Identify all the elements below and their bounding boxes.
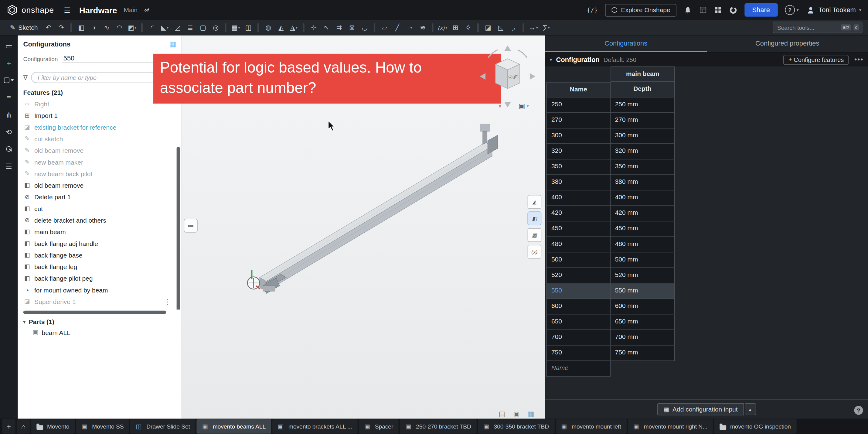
user-menu[interactable]: Toni Tookem ▾ — [806, 5, 861, 14]
offset-surface-icon[interactable]: ⇉ — [333, 22, 345, 33]
more-options-icon[interactable]: ••• — [854, 55, 863, 63]
feature-list-flyout-button[interactable]: ≔ — [184, 219, 198, 232]
render-mode-icon[interactable]: ▤ — [499, 410, 505, 418]
help-bubble-button[interactable]: ? — [854, 406, 863, 414]
delete-face-icon[interactable]: ⊠ — [345, 22, 358, 33]
versions-icon[interactable]: ⋔ — [4, 110, 14, 120]
transform-icon[interactable]: ⊹ — [307, 22, 320, 33]
loft-icon[interactable]: ◠ — [113, 22, 126, 33]
feature-item[interactable]: ◪ existing bracket for reference — [18, 121, 173, 133]
feature-item[interactable]: ◧ cut — [18, 203, 173, 214]
vertical-scrollbar-thumb[interactable] — [177, 147, 180, 309]
config-depth-cell[interactable]: 480 mm — [611, 237, 675, 252]
configuration-row[interactable]: 550 550 mm — [547, 284, 676, 299]
document-tab[interactable]: movento mount right N... — [628, 419, 713, 433]
document-tab[interactable]: Movento SS — [76, 419, 129, 433]
config-depth-cell[interactable]: 450 mm — [611, 221, 675, 237]
extrude-icon[interactable]: ◧ — [75, 22, 88, 33]
config-depth-cell[interactable]: 270 mm — [611, 113, 675, 128]
notes-icon[interactable]: ≡ — [4, 92, 14, 102]
feature-item[interactable]: ✎ old beam remove — [18, 145, 173, 156]
config-name-cell[interactable]: 500 — [547, 252, 611, 268]
hole-icon[interactable]: ◎ — [210, 22, 222, 33]
feature-item[interactable]: ⊞ Import 1 — [18, 110, 173, 121]
new-tab-button[interactable]: + — [2, 419, 16, 433]
config-depth-cell[interactable]: 300 mm — [611, 128, 675, 144]
collapse-chevron-icon[interactable]: ▾ — [550, 57, 552, 62]
move-face-icon[interactable]: ↖ — [320, 22, 333, 33]
document-tab[interactable]: 300-350 bracket TBD — [478, 419, 555, 433]
boolean-icon[interactable]: ◍ — [262, 22, 275, 33]
feature-item[interactable]: ✎ new beam maker — [18, 156, 173, 168]
new-config-name-cell[interactable]: Name — [547, 361, 611, 377]
bend-icon[interactable]: ◞ — [507, 22, 520, 33]
mass-properties-icon[interactable]: ∑ — [540, 22, 553, 33]
view-options-cube-button[interactable]: ▣ ▾ — [519, 102, 529, 110]
configuration-row[interactable]: 520 520 mm — [547, 268, 676, 283]
config-depth-cell[interactable]: 650 mm — [611, 315, 675, 330]
undo-icon[interactable]: ↶ — [42, 22, 55, 33]
mirror-icon[interactable]: ◫ — [242, 22, 255, 33]
document-menu-icon[interactable]: ☰ — [64, 6, 70, 14]
configuration-row[interactable]: 320 320 mm — [547, 144, 676, 159]
feature-item[interactable]: ◧ old beam remove — [18, 180, 173, 191]
config-depth-cell[interactable]: 350 mm — [611, 159, 675, 175]
config-depth-cell[interactable]: 400 mm — [611, 190, 675, 206]
named-positions-button[interactable]: ▦ — [528, 228, 541, 242]
configure-features-button[interactable]: + Configure features — [784, 55, 849, 65]
revolve-icon[interactable]: ◑ — [88, 22, 100, 33]
document-tab[interactable]: Spacer — [359, 419, 399, 433]
redo-icon[interactable]: ↷ — [55, 22, 68, 33]
link-icon[interactable] — [143, 6, 151, 14]
feature-item[interactable]: ◧ main beam — [18, 226, 173, 238]
variable-studio-icon[interactable]: ⊞ — [449, 22, 462, 33]
sweep-icon[interactable]: ∿ — [100, 22, 113, 33]
modify-fillet-icon[interactable]: ◡ — [358, 22, 371, 33]
config-depth-cell[interactable]: 380 mm — [611, 175, 675, 190]
feature-filter-input[interactable] — [36, 73, 170, 82]
help-menu[interactable]: ? ▾ — [785, 5, 799, 15]
feature-item[interactable]: ▱ Right — [18, 98, 173, 110]
shell-icon[interactable]: ▢ — [197, 22, 210, 33]
config-depth-cell[interactable]: 500 mm — [611, 252, 675, 268]
configuration-row[interactable]: 600 600 mm — [547, 299, 676, 315]
config-depth-cell[interactable]: 250 mm — [611, 97, 675, 113]
feature-item[interactable]: ✎ new beam back pilot — [18, 168, 173, 179]
document-tab[interactable]: movento mount left — [556, 419, 627, 433]
document-tab[interactable]: movento OG inspection — [714, 419, 796, 433]
intersect-icon[interactable]: ◮ — [287, 22, 300, 33]
split-icon[interactable]: ◭ — [275, 22, 287, 33]
config-name-cell[interactable]: 420 — [547, 206, 611, 221]
measure-icon[interactable]: ↔ — [527, 22, 540, 33]
configuration-row[interactable]: 350 350 mm — [547, 159, 676, 175]
feature-item[interactable]: ◔ for mount owned by beam — [18, 284, 173, 296]
feature-item[interactable]: ✎ cut sketch — [18, 133, 173, 145]
comment-icon[interactable] — [4, 75, 14, 85]
view-cube[interactable]: Right x — [474, 40, 541, 112]
display-states-button[interactable]: ◧ — [528, 212, 541, 226]
config-name-cell[interactable]: 300 — [547, 128, 611, 144]
config-depth-cell[interactable]: 600 mm — [611, 299, 675, 315]
tab-configured-properties[interactable]: Configured properties — [707, 35, 868, 52]
linear-pattern-icon[interactable]: ▦ — [229, 22, 242, 33]
feature-item[interactable]: ◧ back flange adj handle — [18, 238, 173, 249]
share-button[interactable]: Share — [744, 3, 777, 17]
outline-icon[interactable]: ☰ — [4, 161, 14, 171]
history-icon[interactable]: ⟲ — [4, 127, 14, 137]
config-name-cell[interactable]: 750 — [547, 346, 611, 361]
search-icon[interactable] — [4, 144, 14, 154]
config-name-cell[interactable]: 600 — [547, 299, 611, 315]
config-name-cell[interactable]: 270 — [547, 113, 611, 128]
grid-settings-icon[interactable]: ▥ — [527, 410, 534, 418]
configuration-row[interactable]: 650 650 mm — [547, 315, 676, 330]
config-name-cell[interactable]: 450 — [547, 221, 611, 237]
config-name-cell[interactable]: 350 — [547, 159, 611, 175]
config-depth-cell[interactable]: 750 mm — [611, 346, 675, 361]
spreadsheet-icon[interactable] — [699, 6, 707, 14]
configuration-row[interactable]: 480 480 mm — [547, 237, 676, 252]
explore-onshape-button[interactable]: Explore Onshape — [605, 4, 676, 17]
horizontal-scrollbar-thumb[interactable] — [23, 311, 166, 314]
parts-section-header[interactable]: ▾ Parts (1) — [18, 315, 182, 328]
app-store-icon[interactable] — [714, 6, 722, 14]
configuration-row[interactable]: 750 750 mm — [547, 346, 676, 361]
